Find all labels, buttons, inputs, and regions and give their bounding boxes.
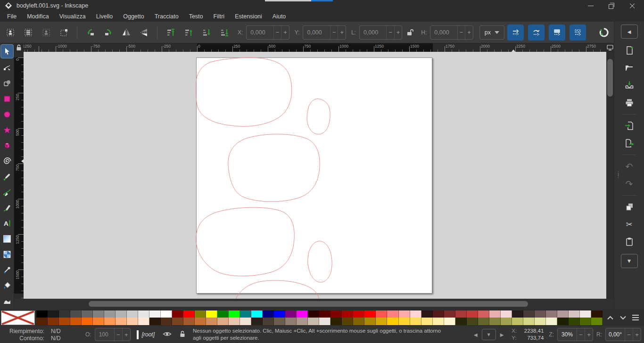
pen-tool[interactable] <box>0 184 14 200</box>
vertical-scrollbar-thumb[interactable] <box>607 59 613 97</box>
palette-swatch[interactable] <box>342 310 353 318</box>
horizontal-ruler[interactable]: -1250-1000-750-500-250025050075010001250… <box>24 43 606 52</box>
height-decrement-button[interactable]: − <box>457 26 465 39</box>
raise-to-top-button[interactable] <box>162 24 179 41</box>
new-document-button[interactable] <box>621 43 638 57</box>
y-input[interactable]: 0,000 <box>303 26 330 39</box>
layer-visibility-toggle[interactable] <box>163 331 172 339</box>
layer-lock-toggle[interactable] <box>180 330 186 339</box>
palette-swatch[interactable] <box>274 310 285 318</box>
palette-swatch[interactable] <box>206 310 217 318</box>
palette-swatch[interactable] <box>149 310 161 318</box>
palette-swatch[interactable] <box>229 310 240 318</box>
palette-swatch[interactable] <box>285 318 297 325</box>
palette-swatch[interactable] <box>523 318 535 325</box>
palette-swatch[interactable] <box>489 318 501 325</box>
palette-swatch[interactable] <box>308 318 319 325</box>
height-increment-button[interactable]: + <box>465 26 472 39</box>
rotation-increment-button[interactable]: + <box>633 328 641 341</box>
move-corners-toggle[interactable] <box>528 24 545 41</box>
palette-swatch[interactable] <box>217 310 229 318</box>
palette-swatch[interactable] <box>569 310 580 318</box>
palette-swatch[interactable] <box>251 318 263 325</box>
minimize-button[interactable] <box>587 2 594 9</box>
rotation-decrement-button[interactable]: − <box>625 328 633 341</box>
palette-swatch[interactable] <box>319 318 330 325</box>
lock-guides-button[interactable] <box>14 43 24 52</box>
palette-swatch[interactable] <box>433 310 444 318</box>
print-button[interactable] <box>621 96 638 110</box>
opacity-decrement-button[interactable]: − <box>114 328 122 341</box>
pencil-tool[interactable] <box>0 169 14 184</box>
palette-swatch[interactable] <box>376 310 387 318</box>
star-tool[interactable] <box>0 122 14 138</box>
palette-swatch[interactable] <box>421 310 433 318</box>
x-decrement-button[interactable]: − <box>273 26 281 39</box>
palette-menu-button[interactable] <box>632 315 639 320</box>
palette-swatch[interactable] <box>217 318 229 325</box>
export-button[interactable] <box>621 136 638 150</box>
flip-horizontal-button[interactable] <box>118 24 134 41</box>
palette-swatch[interactable] <box>535 318 546 325</box>
palette-swatch[interactable] <box>387 310 398 318</box>
x-increment-button[interactable]: + <box>281 26 289 39</box>
palette-swatch[interactable] <box>535 310 546 318</box>
menu-item-aiuto[interactable]: Aiuto <box>267 12 291 21</box>
next-message-button[interactable]: ▶ <box>499 332 505 337</box>
menu-item-tracciato[interactable]: Tracciato <box>149 12 184 21</box>
palette-swatch[interactable] <box>342 318 353 325</box>
palette-swatch[interactable] <box>82 310 93 318</box>
palette-swatch[interactable] <box>591 310 603 318</box>
ellipse-tool[interactable] <box>0 106 14 122</box>
palette-swatch[interactable] <box>82 318 93 325</box>
dock-resize-handle[interactable]: ⋮⋮ <box>616 172 621 177</box>
rotation-input[interactable]: 0,00° <box>606 328 625 341</box>
import-button[interactable] <box>621 119 638 133</box>
palette-swatch[interactable] <box>93 318 104 325</box>
palette-swatch[interactable] <box>455 318 467 325</box>
palette-swatch[interactable] <box>240 310 251 318</box>
palette-swatch[interactable] <box>48 310 59 318</box>
palette-swatch[interactable] <box>297 310 308 318</box>
menu-item-filtri[interactable]: Filtri <box>208 12 230 21</box>
selection-box-button[interactable] <box>56 24 72 41</box>
zoom-input[interactable]: 30% <box>558 328 577 341</box>
palette-swatch[interactable] <box>285 310 297 318</box>
rotate-ccw-button[interactable] <box>82 24 99 41</box>
x-input[interactable]: 0,000 <box>247 26 273 39</box>
selector-tool[interactable] <box>0 44 14 58</box>
palette-swatch[interactable] <box>240 318 251 325</box>
open-document-button[interactable] <box>621 61 638 75</box>
palette-swatch[interactable] <box>104 310 116 318</box>
palette-swatch[interactable] <box>183 318 195 325</box>
collapse-panel-button[interactable]: ◀ <box>621 24 638 39</box>
palette-swatch[interactable] <box>478 318 489 325</box>
current-layer-name[interactable]: [root] <box>142 331 155 338</box>
rotation-reset-icon[interactable] <box>595 24 612 41</box>
unit-dropdown[interactable]: px <box>479 25 504 40</box>
palette-swatch[interactable] <box>195 318 206 325</box>
menu-item-visualizza[interactable]: Visualizza <box>54 12 91 21</box>
palette-swatch[interactable] <box>183 310 195 318</box>
palette-swatch[interactable] <box>116 310 127 318</box>
palette-swatch[interactable] <box>569 318 580 325</box>
close-button[interactable] <box>629 2 636 9</box>
paste-button[interactable] <box>621 235 638 249</box>
palette-swatch[interactable] <box>36 310 48 318</box>
scale-stroke-toggle[interactable] <box>549 24 565 41</box>
flip-vertical-button[interactable] <box>136 24 152 41</box>
menu-item-oggetto[interactable]: Oggetto <box>118 12 149 21</box>
palette-swatch[interactable] <box>274 318 285 325</box>
palette-swatch[interactable] <box>59 318 70 325</box>
select-all-button[interactable] <box>2 24 18 41</box>
palette-swatch[interactable] <box>70 310 82 318</box>
tweak-tool[interactable] <box>0 293 14 309</box>
palette-swatch[interactable] <box>376 318 387 325</box>
canvas-viewport[interactable] <box>24 52 606 299</box>
no-color-swatch[interactable] <box>1 310 35 325</box>
palette-swatch[interactable] <box>557 310 569 318</box>
palette-swatch[interactable] <box>467 310 478 318</box>
palette-swatch[interactable] <box>512 310 523 318</box>
palette-swatch[interactable] <box>161 310 172 318</box>
palette-swatch[interactable] <box>206 318 217 325</box>
